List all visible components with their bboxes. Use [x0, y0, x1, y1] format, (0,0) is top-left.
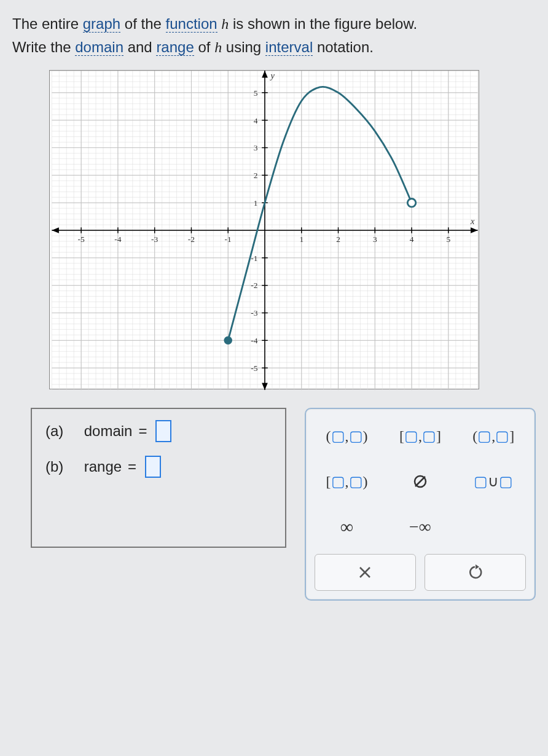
- key-infinity[interactable]: ∞: [315, 509, 379, 545]
- svg-text:4: 4: [254, 116, 258, 125]
- link-range[interactable]: range: [156, 39, 194, 56]
- key-open-closed-interval[interactable]: (▢,▢]: [461, 418, 526, 454]
- link-graph[interactable]: graph: [83, 15, 120, 33]
- reset-icon: [467, 564, 483, 580]
- key-open-open-interval[interactable]: (▢,▢): [315, 418, 379, 454]
- svg-text:3: 3: [254, 144, 258, 153]
- svg-text:1: 1: [299, 235, 303, 244]
- equals-a: =: [138, 423, 147, 440]
- svg-point-189: [407, 199, 415, 207]
- svg-text:2: 2: [336, 235, 340, 244]
- svg-text:2: 2: [254, 171, 258, 181]
- svg-marker-143: [52, 228, 59, 234]
- svg-text:1: 1: [254, 198, 258, 208]
- svg-marker-144: [262, 71, 268, 78]
- svg-text:-2: -2: [188, 235, 195, 244]
- link-domain[interactable]: domain: [75, 39, 123, 56]
- svg-text:-4: -4: [114, 235, 121, 244]
- svg-marker-194: [476, 564, 479, 569]
- part-a-label: (a): [45, 423, 63, 440]
- domain-label: domain: [84, 423, 133, 440]
- equals-b: =: [128, 458, 136, 475]
- svg-text:-3: -3: [151, 235, 158, 244]
- svg-text:4: 4: [410, 235, 414, 244]
- svg-text:y: y: [270, 71, 275, 81]
- link-interval[interactable]: interval: [265, 39, 313, 56]
- part-b-label: (b): [45, 458, 63, 475]
- svg-text:x: x: [470, 217, 475, 227]
- key-closed-open-interval[interactable]: [▢,▢): [315, 463, 379, 500]
- range-input[interactable]: [145, 456, 161, 478]
- problem-prompt: The entire graph of the function h is sh…: [12, 12, 536, 59]
- domain-input[interactable]: [155, 420, 171, 442]
- svg-text:-2: -2: [251, 281, 257, 290]
- svg-marker-142: [471, 228, 478, 234]
- range-label: range: [84, 458, 122, 475]
- svg-text:-1: -1: [225, 235, 232, 244]
- svg-text:-5: -5: [251, 364, 257, 373]
- reset-button[interactable]: [425, 554, 526, 591]
- svg-text:5: 5: [254, 88, 258, 98]
- close-icon: [358, 566, 372, 579]
- link-function[interactable]: function: [166, 15, 217, 33]
- function-graph: -5-4-3-2-112345-5-4-3-2-112345xy: [49, 70, 479, 389]
- svg-text:-3: -3: [251, 309, 257, 318]
- symbol-keypad: (▢,▢) [▢,▢] (▢,▢] [▢,▢) ▢∪▢ ∞ −∞: [305, 408, 536, 601]
- key-union[interactable]: ▢∪▢: [461, 463, 526, 500]
- svg-text:-1: -1: [251, 254, 257, 263]
- key-closed-closed-interval[interactable]: [▢,▢]: [388, 418, 452, 454]
- svg-text:-4: -4: [251, 337, 257, 346]
- key-blank: [461, 509, 526, 545]
- key-empty-set[interactable]: [388, 463, 452, 500]
- svg-text:3: 3: [373, 235, 377, 244]
- svg-text:-5: -5: [78, 235, 85, 244]
- clear-button[interactable]: [315, 554, 416, 591]
- svg-marker-145: [262, 383, 268, 391]
- answer-panel: (a) domain = (b) range =: [31, 408, 286, 548]
- svg-text:5: 5: [446, 235, 450, 244]
- svg-point-188: [224, 337, 232, 345]
- key-negative-infinity[interactable]: −∞: [388, 509, 452, 545]
